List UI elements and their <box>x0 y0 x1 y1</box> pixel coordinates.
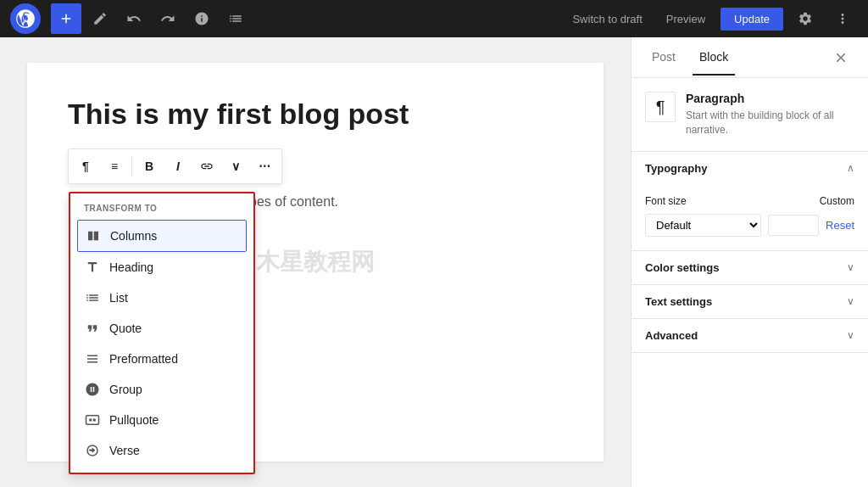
post-title[interactable]: This is my first blog post <box>68 97 563 132</box>
settings-button[interactable] <box>790 3 821 34</box>
more-rich-text-button[interactable]: ∨ <box>222 153 249 180</box>
columns-icon <box>85 227 102 244</box>
transform-item-columns-label: Columns <box>110 229 157 243</box>
text-settings-chevron-icon: ∨ <box>847 295 854 307</box>
color-settings-section: Color settings ∨ <box>632 251 868 285</box>
right-panel: Post Block ¶ Paragraph Start with the bu… <box>631 37 868 487</box>
color-settings-title: Color settings <box>645 261 719 274</box>
text-settings-title: Text settings <box>645 295 712 308</box>
transform-item-group-label: Group <box>109 383 142 396</box>
transform-item-columns[interactable]: Columns <box>77 220 247 252</box>
transform-item-heading[interactable]: Heading <box>70 252 253 283</box>
italic-button[interactable]: I <box>164 153 192 180</box>
update-button[interactable]: Update <box>721 8 783 31</box>
editor-area: This is my first blog post ¶ ≡ B I ∨ ⋯ T… <box>0 37 631 487</box>
add-block-button[interactable] <box>51 3 81 34</box>
tab-block[interactable]: Block <box>693 40 735 76</box>
align-button[interactable]: ≡ <box>101 153 128 180</box>
transform-item-list[interactable]: List <box>70 283 253 313</box>
undo-button[interactable] <box>119 3 149 34</box>
transform-item-verse-label: Verse <box>109 444 140 457</box>
bold-button[interactable]: B <box>136 153 163 180</box>
typography-section: Typography ∧ Font size Custom Default Sm… <box>632 152 868 251</box>
transform-item-preformatted[interactable]: Preformatted <box>70 344 253 374</box>
block-info-text: Paragraph Start with the building block … <box>686 92 854 137</box>
main-area: This is my first blog post ¶ ≡ B I ∨ ⋯ T… <box>0 37 868 487</box>
transform-dropdown: TRANSFORM TO Columns Heading <box>69 192 255 474</box>
group-icon <box>84 381 101 398</box>
advanced-title: Advanced <box>645 329 698 342</box>
tab-post[interactable]: Post <box>645 40 682 76</box>
transform-item-preformatted-label: Preformatted <box>109 352 178 366</box>
font-size-reset-button[interactable]: Reset <box>826 219 854 232</box>
transform-item-list-label: List <box>109 291 128 305</box>
info-button[interactable] <box>186 3 217 34</box>
transform-item-group[interactable]: Group <box>70 374 253 405</box>
custom-label: Custom <box>820 195 854 207</box>
block-icon: ¶ <box>645 92 676 122</box>
font-size-custom-input[interactable] <box>768 215 819 236</box>
edit-button[interactable] <box>85 3 115 34</box>
block-toolbar: ¶ ≡ B I ∨ ⋯ TRANSFORM TO Col <box>68 148 282 184</box>
color-settings-chevron-icon: ∨ <box>847 261 854 273</box>
block-name: Paragraph <box>686 92 854 105</box>
pullquote-icon <box>84 411 101 428</box>
advanced-section: Advanced ∨ <box>632 319 868 353</box>
verse-icon <box>84 442 101 459</box>
redo-button[interactable] <box>153 3 183 34</box>
block-description: Start with the building block of all nar… <box>686 109 854 137</box>
svg-rect-0 <box>86 416 99 425</box>
text-settings-section: Text settings ∨ <box>632 285 868 319</box>
more-options-button[interactable] <box>827 3 858 34</box>
typography-section-header[interactable]: Typography ∧ <box>632 152 868 185</box>
color-settings-header[interactable]: Color settings ∨ <box>632 251 868 284</box>
transform-item-quote-label: Quote <box>109 322 142 335</box>
switch-draft-button[interactable]: Switch to draft <box>564 8 650 31</box>
watermark: 木星教程网 <box>256 246 375 278</box>
transform-item-pullquote[interactable]: Pullquote <box>70 405 253 435</box>
font-size-select[interactable]: Default Small Medium Large <box>645 214 761 237</box>
heading-icon <box>84 259 101 276</box>
transform-item-pullquote-label: Pullquote <box>109 413 159 427</box>
transform-item-heading-label: Heading <box>109 260 153 274</box>
transform-label: TRANSFORM TO <box>70 200 253 220</box>
wp-logo-button[interactable] <box>10 3 41 34</box>
typography-title: Typography <box>645 162 707 175</box>
block-options-button[interactable]: ⋯ <box>251 153 278 180</box>
typography-chevron-icon: ∧ <box>847 162 854 174</box>
main-toolbar: Switch to draft Preview Update <box>0 0 868 37</box>
panel-tabs: Post Block <box>632 37 868 78</box>
font-size-inputs-row: Default Small Medium Large Reset <box>645 214 854 237</box>
typography-content: Font size Custom Default Small Medium La… <box>632 185 868 250</box>
panel-close-button[interactable] <box>827 44 854 71</box>
advanced-chevron-icon: ∨ <box>847 329 854 341</box>
preview-button[interactable]: Preview <box>658 8 714 31</box>
editor-content: This is my first blog post ¶ ≡ B I ∨ ⋯ T… <box>27 63 604 462</box>
preformatted-icon <box>84 350 101 367</box>
font-size-labels-row: Font size Custom <box>645 195 854 207</box>
text-settings-header[interactable]: Text settings ∨ <box>632 285 868 318</box>
transform-item-quote[interactable]: Quote <box>70 313 253 344</box>
paragraph-type-button[interactable]: ¶ <box>72 153 99 180</box>
list-icon <box>84 289 101 306</box>
toolbar-divider <box>131 156 132 176</box>
transform-item-verse[interactable]: Verse <box>70 435 253 466</box>
block-info: ¶ Paragraph Start with the building bloc… <box>632 78 868 152</box>
font-size-label: Font size <box>645 195 810 207</box>
quote-icon <box>84 320 101 337</box>
advanced-section-header[interactable]: Advanced ∨ <box>632 319 868 352</box>
list-view-button[interactable] <box>220 3 251 34</box>
link-button[interactable] <box>193 153 220 180</box>
toolbar-right: Switch to draft Preview Update <box>564 3 858 34</box>
